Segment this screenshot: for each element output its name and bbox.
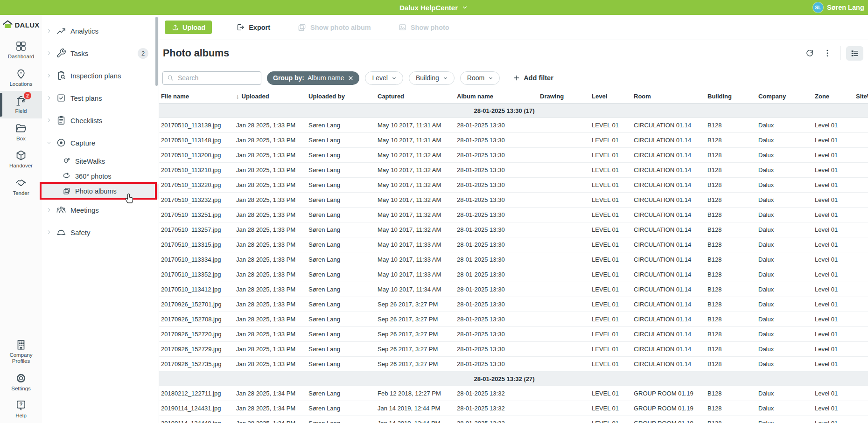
cell-uploaded-by: Søren Lang	[308, 208, 340, 222]
photos-360-icon	[63, 172, 71, 180]
more-options-button[interactable]	[820, 46, 834, 60]
column-header-captured[interactable]: Captured	[378, 90, 404, 104]
sidebar-item-inspection-plans[interactable]: Inspection plans	[42, 64, 159, 87]
column-header-level[interactable]: Level	[592, 90, 607, 104]
sidebar-item-safety[interactable]: Safety	[42, 221, 159, 243]
sidebar-item-label: Analytics	[70, 27, 98, 35]
upload-button[interactable]: Upload	[165, 21, 212, 34]
table-row[interactable]: 20170510_113257.jpgJan 28 2025, 1:33 PMS…	[159, 222, 868, 237]
cell-zone: Level 01	[815, 208, 838, 222]
rail-item-company-profiles[interactable]: Company Profiles	[0, 335, 42, 368]
column-header-uploaded-by[interactable]: Uploaded by	[308, 90, 345, 104]
rail-item-handover[interactable]: Handover	[0, 146, 42, 173]
table-row[interactable]: 20170926_152735.jpgJan 28 2025, 1:33 PMS…	[159, 357, 868, 372]
sidebar-item-checklists[interactable]: Checklists	[42, 109, 159, 132]
rail-item-locations[interactable]: Locations	[0, 64, 42, 91]
rail-item-help[interactable]: ?Help	[0, 395, 42, 423]
table-row[interactable]: 20170510_113412.jpgJan 28 2025, 1:33 PMS…	[159, 282, 868, 297]
cell-building: B128	[707, 282, 721, 297]
sidebar-item-tasks[interactable]: Tasks2	[42, 42, 159, 64]
table-row[interactable]: 20170510_113139.jpgJan 28 2025, 1:33 PMS…	[159, 118, 868, 133]
table-row[interactable]: 20170510_113251.jpgJan 28 2025, 1:33 PMS…	[159, 208, 868, 222]
add-filter-button[interactable]: Add filter	[510, 74, 556, 82]
table-body: 28-01-2025 13:30 (17)20170510_113139.jpg…	[159, 104, 868, 423]
column-header-building[interactable]: Building	[707, 90, 732, 104]
filter-pill-building[interactable]: Building	[409, 71, 455, 85]
user-menu[interactable]: SL Søren Lang	[813, 0, 864, 15]
column-header-room[interactable]: Room	[634, 90, 651, 104]
sidebar-item-capture[interactable]: Capture	[42, 132, 159, 154]
sidebar-item-label: Tasks	[70, 49, 88, 57]
list-view-toggle[interactable]	[846, 46, 863, 61]
app-shell: DALUX DashboardLocations2FieldBoxHandove…	[0, 15, 868, 423]
sidebar-item-analytics[interactable]: Analytics	[42, 20, 159, 42]
rail-item-settings[interactable]: Settings	[0, 368, 42, 396]
table-row[interactable]: 20170926_152729.jpgJan 28 2025, 1:33 PMS…	[159, 342, 868, 357]
cell-uploaded: Jan 28 2025, 1:33 PM	[236, 148, 295, 162]
rail-item-dashboard[interactable]: Dashboard	[0, 36, 42, 64]
table-row[interactable]: 20170510_113334.jpgJan 28 2025, 1:33 PMS…	[159, 252, 868, 267]
table-row[interactable]: 20170510_113210.jpgJan 28 2025, 1:33 PMS…	[159, 163, 868, 178]
rail-item-field[interactable]: 2Field	[0, 91, 42, 118]
column-header-sitewalk[interactable]: SiteWalk	[856, 90, 868, 104]
rail-item-box[interactable]: Box	[0, 118, 42, 146]
caret-down-icon	[391, 75, 397, 81]
group-by-chip[interactable]: Group by: Album name	[267, 71, 359, 85]
cell-captured: May 10 2017, 11:33 AM	[378, 237, 441, 252]
cell-uploaded: Jan 28 2025, 1:33 PM	[236, 237, 295, 252]
cell-room: CIRCULATION 01.14	[634, 297, 691, 312]
export-button[interactable]: Export	[233, 22, 273, 32]
column-header-drawing[interactable]: Drawing	[540, 90, 564, 104]
table-row[interactable]: 20170510_113352.jpgJan 28 2025, 1:33 PMS…	[159, 267, 868, 282]
sidebar-item-meetings[interactable]: Meetings	[42, 199, 159, 221]
cell-file-name: 20170926_152708.jpg	[161, 312, 221, 326]
group-header-row[interactable]: 28-01-2025 13:30 (17)	[159, 104, 868, 118]
cell-building: B128	[707, 118, 721, 132]
close-icon[interactable]	[347, 75, 354, 82]
dalux-logo[interactable]: DALUX	[2, 20, 39, 30]
locations-icon	[15, 68, 27, 80]
cell-uploaded-by: Søren Lang	[308, 267, 340, 282]
cell-uploaded: Jan 28 2025, 1:33 PM	[236, 118, 295, 132]
table-row[interactable]: 20190114_124431.jpgJan 28 2025, 1:34 PMS…	[159, 401, 868, 416]
cell-captured: May 10 2017, 11:32 AM	[378, 222, 441, 237]
table-row[interactable]: 20170926_152720.jpgJan 28 2025, 1:33 PMS…	[159, 327, 868, 342]
table-row[interactable]: 20170510_113232.jpgJan 28 2025, 1:33 PMS…	[159, 193, 868, 208]
show-photo-album-button[interactable]: Show photo album	[294, 22, 374, 33]
show-photo-button[interactable]: Show photo	[395, 22, 452, 32]
sidebar-item-360-photos[interactable]: 360° photos	[42, 169, 159, 184]
table-row[interactable]: 20190114_124448.jpgJan 28 2025, 1:34 PMS…	[159, 416, 868, 423]
sidebar-item-test-plans[interactable]: Test plans	[42, 87, 159, 109]
sidebar-item-photo-albums[interactable]: Photo albums	[42, 184, 159, 199]
filter-pill-room[interactable]: Room	[460, 71, 500, 85]
column-header-zone[interactable]: Zone	[815, 90, 829, 104]
table-row[interactable]: 20170510_113148.jpgJan 28 2025, 1:33 PMS…	[159, 133, 868, 148]
cell-album-name: 28-01-2025 13:30	[457, 252, 505, 267]
group-header-row[interactable]: 28-01-2025 13:32 (27)	[159, 372, 868, 386]
cell-file-name: 20170510_113200.jpg	[161, 148, 221, 162]
refresh-button[interactable]	[803, 46, 817, 60]
filter-pill-level[interactable]: Level	[365, 71, 403, 85]
column-header-file-name[interactable]: File name	[161, 90, 189, 104]
column-header-album-name[interactable]: Album name	[457, 90, 493, 104]
table-row[interactable]: 20170510_113220.jpgJan 28 2025, 1:33 PMS…	[159, 178, 868, 193]
filter-pill-label: Room	[467, 74, 484, 82]
workspace-switcher[interactable]: Dalux HelpCenter	[399, 4, 469, 12]
cell-level: LEVEL 01	[592, 193, 619, 207]
table-row[interactable]: 20170926_152701.jpgJan 28 2025, 1:33 PMS…	[159, 297, 868, 312]
page-title: Photo albums	[163, 48, 229, 59]
column-header-company[interactable]: Company	[758, 90, 786, 104]
workspace-title: Dalux HelpCenter	[399, 4, 458, 12]
cell-album-name: 28-01-2025 13:30	[457, 222, 505, 237]
table-row[interactable]: 20170510_113315.jpgJan 28 2025, 1:33 PMS…	[159, 237, 868, 252]
sidebar-item-sitewalks[interactable]: SiteWalks	[42, 154, 159, 169]
dalux-house-icon	[2, 20, 13, 30]
table-row[interactable]: 20180212_122711.jpgJan 28 2025, 1:34 PMS…	[159, 386, 868, 401]
table-row[interactable]: 20170510_113200.jpgJan 28 2025, 1:33 PMS…	[159, 148, 868, 163]
search-input[interactable]	[177, 74, 257, 82]
column-header-uploaded[interactable]: ↓Uploaded	[236, 90, 269, 104]
rail-item-tender[interactable]: Tender	[0, 173, 42, 201]
cell-room: CIRCULATION 01.14	[634, 178, 691, 192]
cell-uploaded: Jan 28 2025, 1:33 PM	[236, 282, 295, 297]
table-row[interactable]: 20170926_152708.jpgJan 28 2025, 1:33 PMS…	[159, 312, 868, 327]
